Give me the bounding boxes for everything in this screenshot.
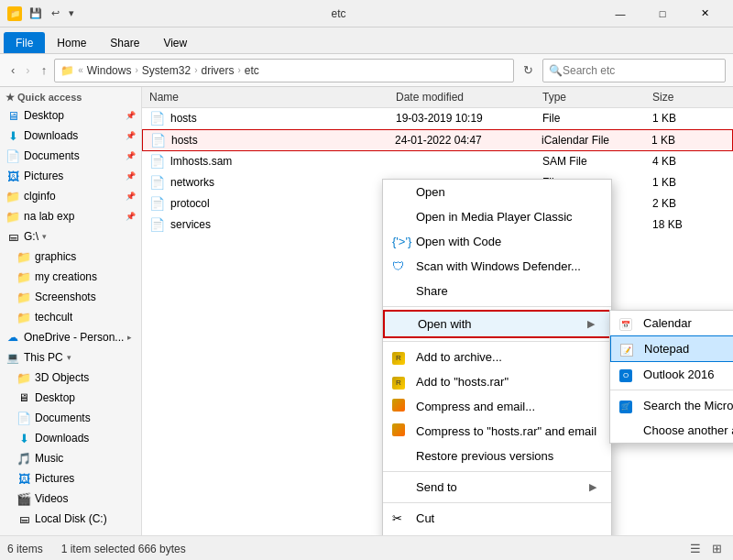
ctx-restore[interactable]: Restore previous versions [383, 444, 611, 468]
tab-home[interactable]: Home [45, 32, 98, 53]
large-icons-button[interactable]: ⊞ [708, 540, 726, 557]
sidebar-item-localdisk[interactable]: 🖴 Local Disk (C:) [0, 509, 141, 529]
ctx-add-hostsrar[interactable]: R Add to "hosts.rar" [383, 369, 611, 394]
file-name: services [170, 218, 211, 231]
sub-calendar[interactable]: 📅 Calendar [610, 311, 733, 335]
file-size: 18 KB [652, 218, 726, 231]
up-button[interactable]: ↑ [38, 60, 51, 81]
header-date[interactable]: Date modified [396, 91, 542, 104]
ctx-sep1 [383, 306, 611, 307]
file-name-cell: 📄 lmhosts.sam [149, 154, 396, 169]
refresh-button[interactable]: ↻ [518, 60, 539, 81]
ctx-compress-label: Compress and email... [416, 400, 535, 413]
path-drivers[interactable]: drivers [201, 64, 234, 77]
table-row[interactable]: 📄 hosts 19-03-2019 10:19 File 1 KB [142, 108, 733, 129]
search-input[interactable] [563, 64, 719, 77]
archive-icon: R [392, 349, 405, 365]
tab-file[interactable]: File [4, 32, 45, 53]
table-row[interactable]: 📄 hosts 24-01-2022 04:47 iCalendar File … [142, 129, 733, 151]
sendto-arrow: ▶ [589, 481, 596, 493]
sidebar-item-videos[interactable]: 🎬 Videos [0, 489, 141, 509]
sidebar-item-desktop-pc[interactable]: 🖥 Desktop [0, 388, 141, 408]
file-date: 24-01-2022 04:47 [395, 134, 542, 147]
ctx-send-to[interactable]: Send to ▶ [383, 475, 611, 500]
path-system32[interactable]: System32 [142, 64, 191, 77]
sidebar-item-downloads-qa[interactable]: ⬇ Downloads 📌 [0, 126, 141, 146]
path-windows[interactable]: Windows [87, 64, 132, 77]
ctx-open[interactable]: Open [383, 180, 611, 204]
sidebar-item-clginfo[interactable]: 📁 clginfo 📌 [0, 186, 141, 206]
ctx-compress-hosts-email[interactable]: Compress to "hosts.rar" and email [383, 419, 611, 444]
sidebar-item-3dobjects[interactable]: 📁 3D Objects [0, 368, 141, 388]
sidebar-item-music[interactable]: 🎵 Music [0, 448, 141, 468]
sidebar-item-nalab[interactable]: 📁 na lab exp 📌 [0, 206, 141, 226]
folder-icon: 📁 [16, 290, 31, 304]
ctx-open-media[interactable]: Open in Media Player Classic [383, 204, 611, 229]
table-row[interactable]: 📄 lmhosts.sam SAM File 4 KB [142, 151, 733, 172]
drive-icon: 🖴 [5, 229, 20, 244]
save-button[interactable]: 💾 [26, 5, 46, 21]
sidebar-item-downloads-pc[interactable]: ⬇ Downloads [0, 428, 141, 448]
sidebar-item-pictures-pc[interactable]: 🖼 Pictures [0, 468, 141, 489]
sidebar-item-screenshots[interactable]: 📁 Screenshots [0, 287, 141, 307]
item-count: 6 items [7, 543, 43, 555]
ctx-compress-email[interactable]: Compress and email... [383, 394, 611, 419]
back-button[interactable]: ‹ [7, 60, 18, 81]
sidebar-item-creations[interactable]: 📁 my creations [0, 267, 141, 287]
header-type[interactable]: Type [542, 91, 652, 104]
ctx-open-vscode[interactable]: {'>'} Open with Code [383, 229, 611, 254]
sidebar-item-desktop-qa[interactable]: 🖥 Desktop 📌 [0, 105, 141, 126]
sub-sep1 [610, 390, 733, 390]
sidebar-item-documents-qa[interactable]: 📄 Documents 📌 [0, 146, 141, 166]
sub-choose-app[interactable]: Choose another app [610, 418, 733, 443]
sidebar-label: Pictures [24, 170, 63, 182]
window-title: etc [78, 7, 599, 20]
file-name-cell: 📄 services [149, 217, 396, 232]
calendar-icon: 📅 [619, 316, 632, 331]
thispc-icon: 💻 [5, 350, 20, 365]
undo-button[interactable]: ↩ [48, 5, 63, 21]
sidebar-item-thispc[interactable]: 💻 This PC ▾ [0, 347, 141, 368]
notepad-icon: 📝 [620, 342, 633, 357]
sub-notepad[interactable]: 📝 Notepad [610, 335, 733, 362]
sidebar-item-graphics[interactable]: 📁 graphics [0, 247, 141, 267]
ctx-copy[interactable]: 📋 Copy [383, 531, 611, 535]
ctx-sep4 [383, 502, 611, 503]
localdisk-icon: 🖴 [16, 511, 31, 526]
ctx-cut[interactable]: ✂ Cut [383, 506, 611, 531]
sidebar-item-techcult[interactable]: 📁 techcult [0, 307, 141, 327]
sub-notepad-label: Notepad [644, 342, 689, 356]
ctx-share[interactable]: Share [383, 279, 611, 303]
sub-store[interactable]: 🛒 Search the Microsoft Store [610, 393, 733, 418]
tab-view[interactable]: View [151, 32, 199, 53]
minimize-button[interactable]: — [599, 0, 641, 27]
file-name: protocol [170, 197, 210, 210]
maximize-button[interactable]: □ [641, 0, 684, 27]
ctx-open-with[interactable]: Open with ▶ 📅 Calendar 📝 Notepad O Outlo… [383, 310, 611, 338]
folder-3d-icon: 📁 [16, 370, 31, 385]
path-etc[interactable]: etc [245, 64, 259, 77]
sidebar-label: Pictures [35, 472, 74, 485]
ctx-scan-defender[interactable]: 🛡 Scan with Windows Defender... [383, 254, 611, 279]
sidebar-item-pictures-qa[interactable]: 🖼 Pictures 📌 [0, 166, 141, 186]
store-icon: 🛒 [619, 398, 632, 413]
details-view-button[interactable]: ☰ [686, 540, 705, 557]
tab-share[interactable]: Share [98, 32, 151, 53]
file-area: Name Date modified Type Size 📄 hosts 19-… [142, 87, 733, 535]
ctx-add-archive[interactable]: R Add to archive... [383, 345, 611, 369]
forward-button[interactable]: › [22, 60, 33, 81]
ctx-restore-label: Restore previous versions [416, 449, 553, 463]
header-size[interactable]: Size [652, 91, 726, 104]
dropdown-button[interactable]: ▾ [65, 5, 78, 21]
sidebar-item-onedrive[interactable]: ☁ OneDrive - Person... ▸ [0, 327, 141, 347]
title-bar-left: 📁 💾 ↩ ▾ [7, 5, 78, 21]
sidebar-item-gdrive[interactable]: 🖴 G:\ ▾ [0, 226, 141, 247]
sidebar-item-documents-pc[interactable]: 📄 Documents [0, 408, 141, 428]
header-name[interactable]: Name [149, 91, 396, 104]
submenu-arrow: ▶ [587, 318, 595, 330]
close-button[interactable]: ✕ [684, 0, 726, 27]
folder-icon: 📁 [5, 189, 20, 203]
sub-outlook[interactable]: O Outlook 2016 [610, 362, 733, 387]
file-name: lmhosts.sam [170, 155, 232, 168]
ctx-compresshosts-label: Compress to "hosts.rar" and email [416, 424, 596, 438]
